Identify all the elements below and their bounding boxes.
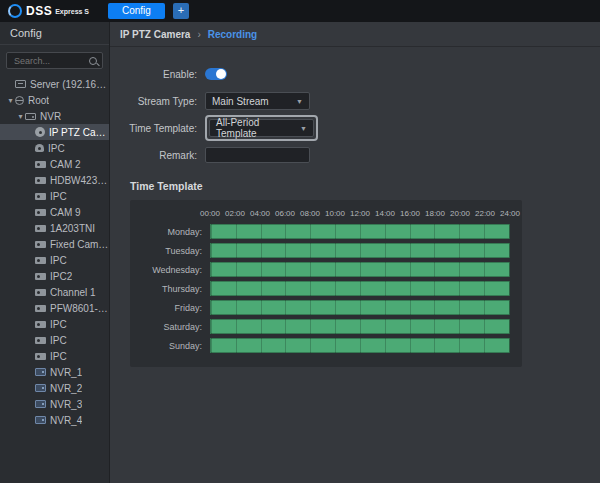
schedule-bar[interactable] [210,224,510,239]
breadcrumb-current: Recording [208,29,257,40]
schedule-bar[interactable] [210,300,510,315]
nvr-device-icon [35,368,46,376]
schedule-track[interactable] [210,300,510,315]
tree-item[interactable]: IPC [0,348,109,364]
remark-label: Remark: [110,150,205,161]
tree-item[interactable]: IPC [0,252,109,268]
breadcrumb: IP PTZ Camera › Recording [110,22,600,47]
schedule-bar[interactable] [210,338,510,353]
camera-icon [35,193,46,200]
time-template-row: Time Template: All-Period Template ▼ [110,119,600,137]
schedule-track[interactable] [210,281,510,296]
tree-item[interactable]: NVR_2 [0,380,109,396]
tree-item-label: CAM 2 [50,159,81,170]
tree-item-label: Server (192.168.2.124) [30,79,109,90]
time-tick-label: 02:00 [225,209,245,218]
tree-item[interactable]: IPC [0,140,109,156]
tree-item[interactable]: IPC [0,188,109,204]
day-label: Saturday: [142,322,210,332]
tree-item[interactable]: Server (192.168.2.124) [0,76,109,92]
tree-item[interactable]: NVR_3 [0,396,109,412]
camera-icon [35,225,46,232]
schedule-bar[interactable] [210,319,510,334]
app-logo-text: DSS [26,4,52,18]
schedule-row: Monday: [142,222,510,241]
camera-icon [35,177,46,184]
schedule-row: Sunday: [142,336,510,355]
tree-item-label: Channel 1 [50,287,96,298]
app-logo-subtext: Express S [55,8,89,15]
tree-item[interactable]: IP PTZ Camera [0,124,109,140]
schedule-row: Thursday: [142,279,510,298]
recording-form: Enable: Stream Type: Main Stream ▼ Time … [110,65,600,164]
time-tick-label: 00:00 [200,209,220,218]
time-tick-label: 10:00 [325,209,345,218]
search-box[interactable] [6,52,103,69]
tree-item[interactable]: NVR_4 [0,412,109,428]
tree-item[interactable]: CAM 9 [0,204,109,220]
root-icon [15,96,24,105]
tree-item[interactable]: IPC2 [0,268,109,284]
tree-item[interactable]: ▾ Root [0,92,109,108]
tree-item-label: PFW8601-A180 [50,303,109,314]
tree-item[interactable]: HDBW4231F-E2-M [0,172,109,188]
time-template-select[interactable]: All-Period Template ▼ [209,119,314,137]
day-label: Tuesday: [142,246,210,256]
tree-item[interactable]: 1A203TNI [0,220,109,236]
schedule-track[interactable] [210,319,510,334]
schedule-bar[interactable] [210,262,510,277]
breadcrumb-parent[interactable]: IP PTZ Camera [120,29,190,40]
schedule-track[interactable] [210,262,510,277]
search-input[interactable] [12,55,86,67]
tree-item[interactable]: CAM 2 [0,156,109,172]
enable-row: Enable: [110,65,600,83]
time-tick-label: 08:00 [300,209,320,218]
nvr-device-icon [35,416,46,424]
stream-type-label: Stream Type: [110,96,205,107]
stream-type-select[interactable]: Main Stream ▼ [205,92,310,110]
schedule-track[interactable] [210,243,510,258]
day-label: Wednesday: [142,265,210,275]
camera-icon [35,273,46,280]
time-tick-label: 16:00 [400,209,420,218]
tree-item[interactable]: Fixed Camera [0,236,109,252]
time-tick-label: 14:00 [375,209,395,218]
schedule-track[interactable] [210,338,510,353]
day-label: Friday: [142,303,210,313]
remark-input[interactable] [205,147,310,163]
tree-item-label: IPC [50,255,67,266]
tree-item-label: IPC [50,335,67,346]
tree-item-label: CAM 9 [50,207,81,218]
tree-item[interactable]: IPC [0,332,109,348]
main-content: IP PTZ Camera › Recording Enable: Stream… [110,22,600,483]
schedule-track[interactable] [210,224,510,239]
tree-item-label: IPC [50,351,67,362]
tree-item[interactable]: IPC [0,316,109,332]
search-icon[interactable] [89,57,97,65]
schedule-bar[interactable] [210,243,510,258]
time-tick-label: 18:00 [425,209,445,218]
tab-config[interactable]: Config [108,3,165,19]
ptz-camera-icon [35,127,45,137]
tree-item[interactable]: ▾ NVR [0,108,109,124]
day-label: Monday: [142,227,210,237]
expand-arrow-icon[interactable]: ▾ [16,112,25,121]
time-template-grid: 00:0002:0004:0006:0008:0010:0012:0014:00… [130,200,522,367]
tree-item[interactable]: NVR_1 [0,364,109,380]
schedule-bar[interactable] [210,281,510,296]
schedule-row: Wednesday: [142,260,510,279]
tree-item[interactable]: Channel 1 [0,284,109,300]
add-tab-button[interactable]: + [173,3,189,19]
time-tick-label: 20:00 [450,209,470,218]
tree-item[interactable]: PFW8601-A180 [0,300,109,316]
expand-arrow-icon[interactable]: ▾ [6,96,15,105]
tree-item-label: NVR_4 [50,415,82,426]
stream-type-row: Stream Type: Main Stream ▼ [110,92,600,110]
schedule-row: Saturday: [142,317,510,336]
time-template-label: Time Template: [110,123,205,134]
tree-item-label: IPC [50,319,67,330]
camera-icon [35,353,46,360]
dropdown-caret-icon: ▼ [300,125,307,132]
enable-toggle[interactable] [205,68,227,80]
breadcrumb-chevron-icon: › [197,29,200,40]
